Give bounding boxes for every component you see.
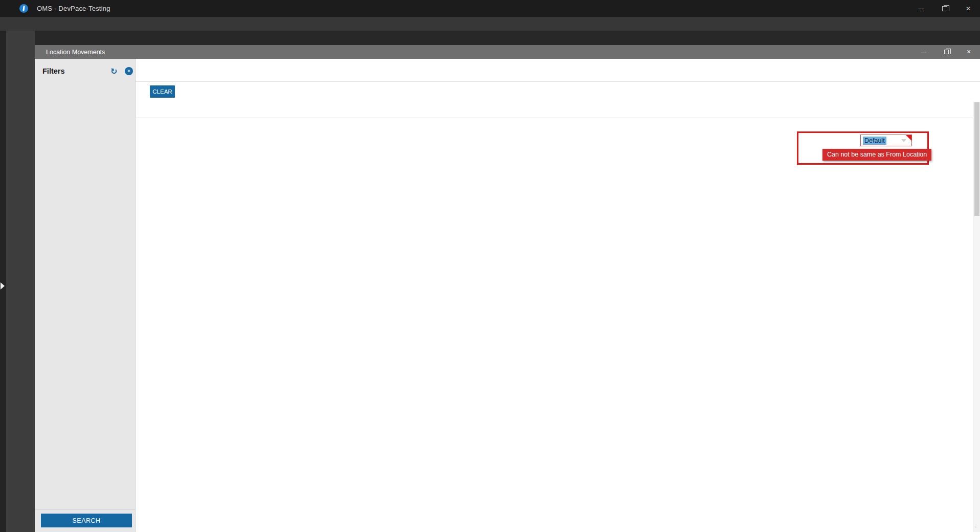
clear-button[interactable]: CLEAR — [150, 85, 175, 98]
inner-restore-icon — [944, 50, 949, 54]
close-button[interactable]: ✕ — [956, 0, 980, 17]
filters-title: Filters — [42, 67, 65, 75]
icon-sidebar — [6, 31, 35, 532]
clear-filters-icon[interactable]: ✕ — [125, 67, 133, 75]
inner-restore-button[interactable] — [935, 45, 957, 59]
table-body — [136, 118, 973, 532]
view-tabs — [136, 59, 980, 82]
inner-window-titlebar: Location Movements — ✕ — [35, 45, 980, 59]
inner-window-title: Location Movements — [46, 49, 105, 56]
left-edge-strip — [0, 31, 6, 532]
restore-button[interactable] — [933, 0, 956, 17]
window-titlebar: OMS - DevPace-Testing — ✕ — [0, 0, 980, 17]
minimize-button[interactable]: — — [909, 0, 933, 17]
scrollbar-thumb[interactable] — [974, 102, 979, 216]
table-header — [136, 102, 973, 118]
flyout-handle-icon[interactable] — [1, 282, 5, 290]
restore-icon — [942, 6, 947, 11]
refresh-icon[interactable]: ↻ — [110, 66, 117, 76]
error-corner-icon — [906, 135, 911, 141]
vertical-scrollbar[interactable]: ˇ — [973, 102, 980, 532]
menu-bar — [0, 17, 980, 31]
main-panel: CLEAR ˇ Default Can not be same as From … — [136, 59, 980, 532]
inner-close-button[interactable]: ✕ — [957, 45, 980, 59]
search-divider — [35, 509, 136, 509]
inner-minimize-button[interactable]: — — [912, 45, 935, 59]
document-tabstrip — [0, 31, 980, 45]
app-logo-icon — [19, 4, 28, 13]
search-button[interactable]: SEARCH — [41, 514, 132, 527]
validation-error-tooltip: Can not be same as From Location — [822, 149, 931, 161]
window-title: OMS - DevPace-Testing — [37, 5, 110, 12]
to-location-combobox[interactable]: Default — [860, 135, 912, 146]
scroll-down-icon[interactable]: ˇ — [975, 526, 976, 531]
to-location-selected-value: Default — [863, 137, 886, 145]
filters-panel: Filters ↻ ✕ SEARCH — [35, 59, 136, 532]
